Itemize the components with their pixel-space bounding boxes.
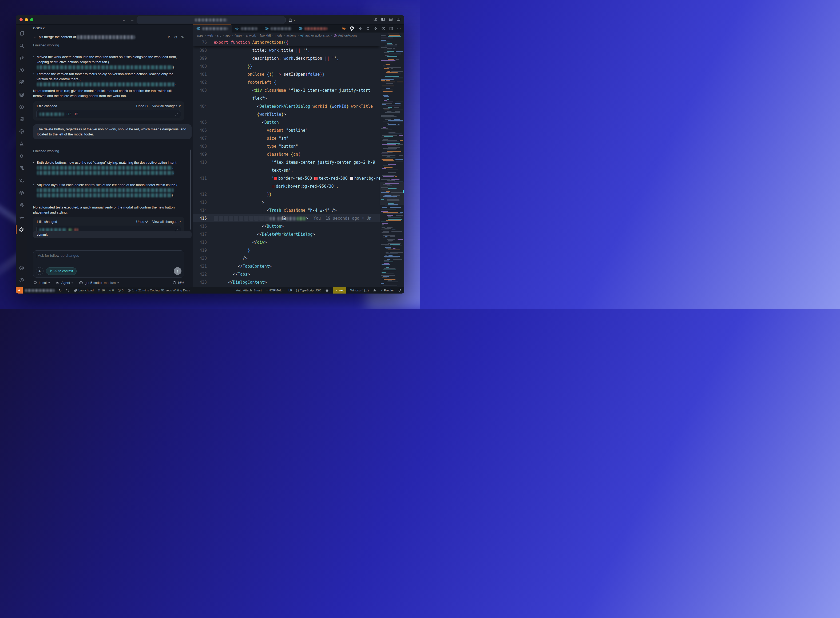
minimize-window-button[interactable] [25,18,28,21]
oxc-badge[interactable]: ✓oxc [333,287,346,294]
more-actions-icon[interactable]: ⋯ [397,26,401,31]
activity-wandb-icon[interactable] [16,211,27,223]
view-all-changes-button[interactable]: View all changes ↗ [152,220,181,224]
code-line[interactable]: 398 title: work.title || '', [193,46,380,54]
editor-group[interactable]: ⋯ apps›web›src›app›(app)›artwork›[workId… [193,25,404,287]
sync-button[interactable]: ↻ [59,288,62,293]
circle-icon[interactable] [366,27,370,31]
activity-cpp-file-icon[interactable] [16,162,27,174]
remote-indicator[interactable] [16,287,23,294]
activity-share-icon[interactable] [16,125,27,138]
eol-indicator[interactable]: LF [289,289,292,292]
activity-python-icon[interactable] [16,199,27,211]
code-line[interactable]: 400 }} [193,62,380,70]
breadcrumb-item[interactable]: AuthorActions [334,34,357,37]
split-editor-icon[interactable] [389,27,393,31]
prev-change-icon[interactable] [358,27,362,31]
code-line[interactable]: 422 </Tabs> [193,270,380,278]
activity-run-debug-icon[interactable] [16,64,27,76]
code-line[interactable]: 420 /> [193,254,380,262]
breadcrumb-item[interactable]: apps [197,34,203,37]
send-button[interactable]: ↑ [174,267,182,275]
code-line[interactable]: 402 footerLeft={ [193,79,380,86]
code-line[interactable]: 406 variant="outline" [193,126,380,134]
editor-tab-modified[interactable] [295,25,331,33]
history-icon[interactable]: ↺ [168,35,171,39]
activity-openai-icon[interactable] [16,223,27,236]
next-change-icon[interactable] [374,27,378,31]
warning-count[interactable]: △0 [109,289,114,292]
breadcrumb-item[interactable]: mods [275,34,282,37]
notifications-bell[interactable] [398,288,402,292]
launchpad-button[interactable]: Launchpad [73,288,94,293]
code-line[interactable]: 407 size="sm" [193,134,380,143]
forward-icon[interactable]: → [130,17,134,22]
code-line[interactable]: 421 </TabsContent> [193,262,380,270]
auto-context-toggle[interactable]: Auto context [46,267,77,275]
info-count[interactable]: ⓘ3 [118,288,124,293]
commit-button[interactable]: commit [33,231,192,238]
agent-mode-selector[interactable]: Agent∨ [56,281,73,285]
chevron-down-icon[interactable]: ∨ [294,18,296,22]
thread-back-icon[interactable]: ← [33,35,37,39]
code-line[interactable]: dark:hover:bg-red-950/30', [193,182,380,190]
activity-settings-icon[interactable] [16,274,27,286]
sparkle-icon[interactable] [342,27,346,31]
activity-source-control-icon[interactable] [16,52,27,64]
code-line[interactable]: 409 className={cn( [193,150,380,158]
changed-file-row[interactable]: +16 -15 [36,110,181,118]
code-line[interactable]: flex"> [193,94,380,103]
undo-button[interactable]: Undo ↺ [136,104,148,108]
breadcrumb-item[interactable]: app [225,34,230,37]
breadcrumb-item[interactable]: author-actions.tsx [300,34,329,37]
code-line[interactable]: 415 除>You, 19 seconds ago • Un [193,214,380,222]
language-mode[interactable]: { }TypeScript JSX [296,289,321,292]
code-line[interactable]: 423 </DialogContent> [193,278,380,286]
vim-mode[interactable]: -- NORMAL -- [266,289,284,292]
edit-icon[interactable]: ✎ [181,35,184,39]
breadcrumb-item[interactable]: web [207,34,213,37]
sidebar-right-icon[interactable] [396,17,401,21]
run-icon[interactable] [381,27,386,31]
breadcrumb-item[interactable]: artwork [246,34,256,37]
code-line[interactable]: text-sm', [193,166,380,174]
auto-attach[interactable]: Auto Attach: Smart [236,289,262,292]
activity-files-icon[interactable] [16,27,27,39]
expand-icon[interactable] [174,113,178,116]
view-all-changes-button[interactable]: View all changes ↗ [152,104,181,108]
activity-container-icon[interactable] [16,187,27,199]
coding-time[interactable]: 1 hr 21 mins Coding, 51 secs Writing Doc… [128,289,190,292]
windsurf-status[interactable]: Windsurf: {...} [350,289,369,292]
model-selector[interactable]: gpt-5-codexmedium∨ [79,281,119,285]
breadcrumb-item[interactable]: src [217,34,221,37]
editor-tab-active[interactable] [193,25,232,33]
sidebar-left-icon[interactable] [381,17,385,21]
followup-input[interactable]: Ask for follow-up changes + Auto context… [33,250,184,278]
code-line[interactable]: 401 onClose={() => setIsOpen(false)} [193,70,380,79]
code-area[interactable]: 76export function AuthorActions({ 398 ti… [193,39,380,287]
openai-icon[interactable] [349,26,354,31]
window-split-icon[interactable] [289,18,292,22]
copilot-button[interactable] [325,288,329,293]
breadcrumb-item[interactable]: [workId] [260,34,271,37]
breadcrumb-item[interactable]: (app) [235,34,242,37]
code-line[interactable]: 408 type="button" [193,143,380,150]
code-line[interactable]: 414 <Trash className="h-4 w-4" /> [193,206,380,214]
panel-bottom-icon[interactable] [389,17,393,21]
activity-remote-icon[interactable] [16,89,27,101]
activity-search-icon[interactable] [16,39,27,52]
compare-button[interactable] [66,288,69,292]
back-icon[interactable]: ← [122,17,126,22]
code-line[interactable]: 411 'border-red-500 text-red-500 hover:b… [193,174,380,182]
git-branch[interactable] [25,289,55,292]
editor-tab[interactable] [232,25,261,33]
activity-flow-icon[interactable] [16,174,27,187]
code-line[interactable]: 412 )} [193,190,380,198]
environment-selector[interactable]: Local∨ [33,281,50,285]
breadcrumb-item[interactable]: actions [286,34,296,37]
panel-scrollbar[interactable] [190,150,191,230]
activity-tree-icon[interactable] [16,150,27,162]
activity-docs-icon[interactable] [16,113,27,125]
code-line[interactable]: 399 description: work.description || '', [193,54,380,62]
code-line[interactable]: 404 <DeleteWorkAlertDialog workId={workI… [193,103,380,110]
